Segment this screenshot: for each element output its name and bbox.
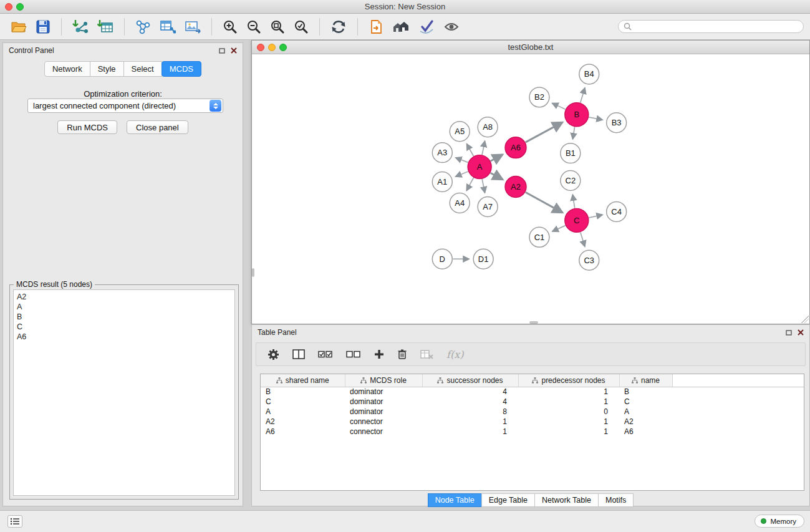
network-canvas[interactable]: B4B2BB3A5A8A6B1A3AC2A1A2A4A7C4CC1C3DD1 xyxy=(252,54,809,324)
graph-node[interactable]: C4 xyxy=(607,201,627,221)
graph-node[interactable]: A5 xyxy=(450,122,470,142)
graph-edge[interactable] xyxy=(589,215,602,218)
resize-grip-icon[interactable] xyxy=(801,316,809,323)
search-box[interactable] xyxy=(618,20,804,33)
network-table-button[interactable] xyxy=(160,19,176,34)
close-panel-button[interactable]: Close panel xyxy=(127,120,188,134)
column-header-predecessor-nodes[interactable]: predecessor nodes xyxy=(518,374,619,387)
graph-node[interactable]: C1 xyxy=(529,227,549,247)
table-row[interactable]: Bdominator41B xyxy=(261,387,804,397)
graph-edge[interactable] xyxy=(491,173,503,180)
scrollbar-nub[interactable] xyxy=(252,268,254,277)
float-panel-icon[interactable] xyxy=(786,330,792,336)
graph-edge[interactable] xyxy=(526,192,562,213)
open-session-button[interactable] xyxy=(11,20,27,34)
table-row[interactable]: A6connector11A6 xyxy=(261,427,804,437)
apply-layout-button[interactable] xyxy=(330,19,347,34)
graph-node[interactable]: C2 xyxy=(561,171,581,191)
tab-select[interactable]: Select xyxy=(123,61,162,77)
export-image-button[interactable] xyxy=(185,19,201,34)
graph-edge[interactable] xyxy=(526,122,562,142)
column-header-shared-name[interactable]: shared name xyxy=(261,374,345,387)
graph-node[interactable]: B4 xyxy=(579,64,599,84)
column-settings-button[interactable] xyxy=(268,349,279,360)
scrollbar-nub[interactable] xyxy=(529,321,538,324)
graph-edge[interactable] xyxy=(581,232,585,246)
column-header-mcds-role[interactable]: MCDS role xyxy=(345,374,422,387)
tab-network-table[interactable]: Network Table xyxy=(534,493,599,507)
table-row[interactable]: A2connector11A2 xyxy=(261,417,804,427)
show-columns-button[interactable] xyxy=(292,349,305,359)
open-file-button[interactable] xyxy=(369,19,383,34)
graph-node[interactable]: B1 xyxy=(561,143,581,163)
graph-node[interactable]: A4 xyxy=(450,193,470,213)
mcds-result-list[interactable]: A2ABCA6 xyxy=(13,289,235,496)
graph-edge[interactable] xyxy=(456,172,468,177)
zoom-in-button[interactable] xyxy=(223,19,238,34)
home-views-button[interactable] xyxy=(392,19,410,34)
mcds-result-item[interactable]: A2 xyxy=(17,292,231,302)
graph-node[interactable]: C3 xyxy=(579,250,599,270)
add-column-button[interactable] xyxy=(374,349,384,359)
search-input[interactable] xyxy=(635,22,798,31)
graph-edge[interactable] xyxy=(552,104,566,110)
graph-node[interactable]: B2 xyxy=(529,87,549,107)
zoom-selected-button[interactable] xyxy=(294,19,309,34)
graph-edge[interactable] xyxy=(482,179,485,193)
graph-edge[interactable] xyxy=(491,155,503,161)
mcds-result-item[interactable]: B xyxy=(17,312,231,322)
criterion-dropdown[interactable]: largest connected component (directed) xyxy=(27,99,223,113)
mcds-result-item[interactable]: A xyxy=(17,302,231,312)
show-hide-button[interactable] xyxy=(443,20,460,34)
zoom-fit-button[interactable] xyxy=(270,19,285,34)
mcds-result-item[interactable]: C xyxy=(17,322,231,332)
graph-node[interactable]: A xyxy=(468,155,491,179)
graph-node[interactable]: A8 xyxy=(478,117,498,137)
task-history-button[interactable] xyxy=(7,515,22,528)
graph-node[interactable]: A6 xyxy=(505,137,526,158)
graph-node[interactable]: A1 xyxy=(432,172,452,192)
graph-edge[interactable] xyxy=(456,158,468,163)
graph-node[interactable]: A2 xyxy=(505,177,526,198)
close-panel-icon[interactable] xyxy=(798,329,804,336)
table-row[interactable]: Cdominator41C xyxy=(261,397,804,407)
column-header-successor-nodes[interactable]: successor nodes xyxy=(422,374,518,387)
graph-edge[interactable] xyxy=(467,144,474,156)
mcds-result-item[interactable]: A6 xyxy=(17,332,231,342)
function-builder-button[interactable]: f(x) xyxy=(446,349,463,360)
zoom-out-button[interactable] xyxy=(246,19,261,34)
graph-edge[interactable] xyxy=(552,226,566,231)
graph-node[interactable]: A3 xyxy=(432,143,452,163)
graph-node[interactable]: A7 xyxy=(478,196,498,216)
float-panel-icon[interactable] xyxy=(219,48,225,54)
graph-edge[interactable] xyxy=(573,127,575,139)
graph-edge[interactable] xyxy=(466,178,473,190)
import-network-button[interactable] xyxy=(72,19,89,34)
memory-button[interactable]: Memory xyxy=(755,515,804,528)
graph-edge[interactable] xyxy=(589,117,602,120)
delete-table-button[interactable] xyxy=(420,349,433,359)
tab-mcds[interactable]: MCDS xyxy=(162,61,201,77)
graph-node[interactable]: D xyxy=(432,249,452,269)
graph-edge[interactable] xyxy=(581,88,585,103)
network-overview-button[interactable] xyxy=(135,19,151,34)
graph-node[interactable]: B3 xyxy=(607,113,627,133)
tab-network[interactable]: Network xyxy=(44,61,90,77)
delete-column-button[interactable] xyxy=(397,349,407,360)
select-all-button[interactable] xyxy=(318,351,333,359)
run-mcds-button[interactable]: Run MCDS xyxy=(57,120,117,134)
deselect-all-button[interactable] xyxy=(346,351,361,359)
tab-edge-table[interactable]: Edge Table xyxy=(481,493,535,507)
tab-motifs[interactable]: Motifs xyxy=(598,493,634,507)
table-row[interactable]: Adominator80A xyxy=(261,407,804,417)
tab-node-table[interactable]: Node Table xyxy=(428,493,482,507)
close-panel-icon[interactable] xyxy=(231,47,237,54)
graph-node[interactable]: D1 xyxy=(473,249,493,269)
graph-node[interactable]: B xyxy=(565,103,589,127)
tab-style[interactable]: Style xyxy=(90,61,124,77)
graph-edge[interactable] xyxy=(572,195,574,208)
apply-style-button[interactable] xyxy=(418,19,435,34)
column-header-name[interactable]: name xyxy=(619,374,672,387)
save-session-button[interactable] xyxy=(36,19,51,34)
import-table-button[interactable] xyxy=(97,19,113,34)
